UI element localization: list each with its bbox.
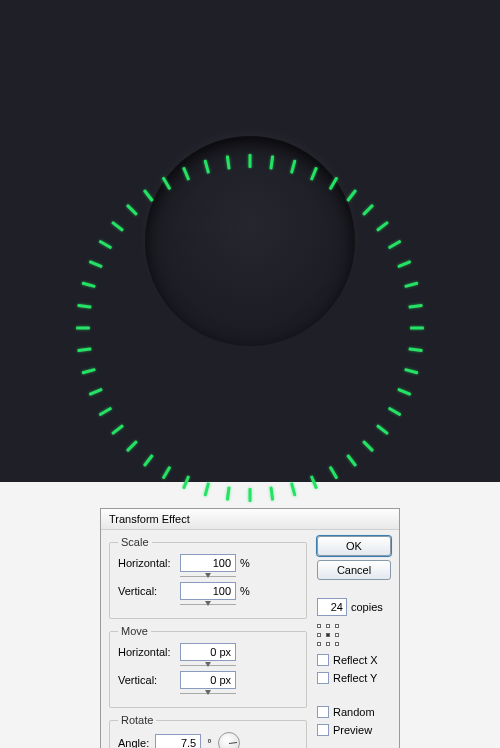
angle-dial-icon[interactable] (218, 732, 240, 748)
random-label: Random (333, 706, 375, 718)
reflect-x-checkbox[interactable] (317, 654, 329, 666)
scale-h-slider[interactable] (180, 576, 236, 580)
move-v-input[interactable] (180, 671, 236, 689)
reflect-y-checkbox[interactable] (317, 672, 329, 684)
scale-h-unit: % (240, 557, 256, 569)
move-v-slider[interactable] (180, 693, 236, 697)
angle-label: Angle: (118, 737, 149, 748)
random-checkbox[interactable] (317, 706, 329, 718)
move-h-slider[interactable] (180, 665, 236, 669)
copies-input[interactable] (317, 598, 347, 616)
dial-control (145, 136, 355, 346)
reflect-y-label: Reflect Y (333, 672, 377, 684)
ok-button[interactable]: OK (317, 536, 391, 556)
dialog-area: Transform Effect Scale Horizontal: % Ver… (0, 506, 500, 748)
scale-h-input[interactable] (180, 554, 236, 572)
preview-checkbox[interactable] (317, 724, 329, 736)
rotate-group: Rotate Angle: ° (109, 714, 307, 748)
move-group: Move Horizontal: Vertical: (109, 625, 307, 708)
scale-v-unit: % (240, 585, 256, 597)
dial-ticks (145, 136, 355, 346)
move-h-label: Horizontal: (118, 646, 176, 658)
angle-unit: ° (207, 737, 211, 748)
scale-v-slider[interactable] (180, 604, 236, 608)
angle-input[interactable] (155, 734, 201, 748)
scale-h-label: Horizontal: (118, 557, 176, 569)
copies-label: copies (351, 601, 383, 613)
dialog-title: Transform Effect (101, 509, 399, 530)
cancel-button[interactable]: Cancel (317, 560, 391, 580)
reference-point-grid[interactable] (317, 624, 339, 646)
preview-label: Preview (333, 724, 372, 736)
move-legend: Move (118, 625, 151, 637)
rotate-legend: Rotate (118, 714, 156, 726)
move-h-input[interactable] (180, 643, 236, 661)
move-v-label: Vertical: (118, 674, 176, 686)
reflect-x-label: Reflect X (333, 654, 378, 666)
scale-group: Scale Horizontal: % Vertical: % (109, 536, 307, 619)
scale-v-input[interactable] (180, 582, 236, 600)
scale-v-label: Vertical: (118, 585, 176, 597)
transform-effect-dialog: Transform Effect Scale Horizontal: % Ver… (100, 508, 400, 748)
artboard (0, 0, 500, 482)
scale-legend: Scale (118, 536, 152, 548)
copies-row: copies (317, 598, 391, 616)
